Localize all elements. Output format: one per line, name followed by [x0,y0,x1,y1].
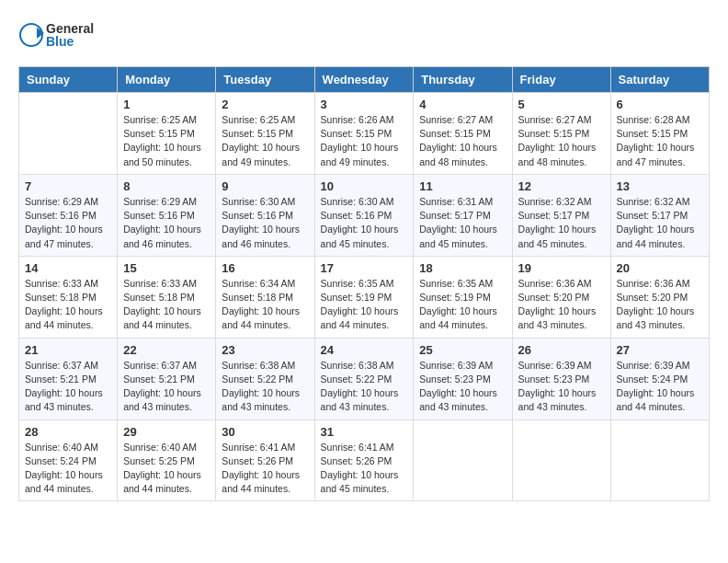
cell-info: Sunrise: 6:28 AM Sunset: 5:15 PM Dayligh… [617,113,703,169]
calendar-day-cell: 30Sunrise: 6:41 AM Sunset: 5:26 PM Dayli… [216,419,314,501]
day-number: 5 [518,98,605,111]
calendar-day-cell: 9Sunrise: 6:30 AM Sunset: 5:16 PM Daylig… [216,174,314,256]
calendar-day-cell: 28Sunrise: 6:40 AM Sunset: 5:24 PM Dayli… [19,419,118,501]
calendar-day-cell: 11Sunrise: 6:31 AM Sunset: 5:17 PM Dayli… [414,174,512,256]
cell-info: Sunrise: 6:33 AM Sunset: 5:18 PM Dayligh… [25,277,111,333]
logo: GeneralBlue [18,18,101,52]
calendar-table: SundayMondayTuesdayWednesdayThursdayFrid… [18,66,710,501]
calendar-day-cell: 4Sunrise: 6:27 AM Sunset: 5:15 PM Daylig… [414,93,512,175]
day-number: 12 [518,179,605,193]
day-number: 6 [617,98,703,111]
calendar-day-cell: 7Sunrise: 6:29 AM Sunset: 5:16 PM Daylig… [19,174,118,256]
cell-info: Sunrise: 6:41 AM Sunset: 5:26 PM Dayligh… [222,441,308,497]
day-number: 2 [222,98,308,111]
day-number: 16 [222,261,308,275]
day-number: 19 [518,261,605,275]
calendar-day-cell: 2Sunrise: 6:25 AM Sunset: 5:15 PM Daylig… [216,93,314,175]
calendar-day-cell: 26Sunrise: 6:39 AM Sunset: 5:23 PM Dayli… [512,338,610,419]
day-number: 24 [321,343,408,357]
day-number: 17 [321,261,408,275]
calendar-day-cell: 12Sunrise: 6:32 AM Sunset: 5:17 PM Dayli… [512,174,610,256]
day-number: 11 [419,179,506,193]
calendar-day-cell: 23Sunrise: 6:38 AM Sunset: 5:22 PM Dayli… [216,338,314,419]
day-number: 15 [123,261,210,275]
calendar-header-friday: Friday [512,67,610,93]
day-number: 7 [25,179,111,193]
cell-info: Sunrise: 6:39 AM Sunset: 5:23 PM Dayligh… [419,359,506,415]
calendar-day-cell: 27Sunrise: 6:39 AM Sunset: 5:24 PM Dayli… [610,338,709,419]
calendar-header-wednesday: Wednesday [314,67,414,93]
day-number: 27 [617,343,703,357]
calendar-day-cell: 16Sunrise: 6:34 AM Sunset: 5:18 PM Dayli… [216,256,314,338]
calendar-day-cell: 31Sunrise: 6:41 AM Sunset: 5:26 PM Dayli… [314,419,414,501]
cell-info: Sunrise: 6:39 AM Sunset: 5:24 PM Dayligh… [617,359,703,415]
cell-info: Sunrise: 6:31 AM Sunset: 5:17 PM Dayligh… [419,195,506,251]
calendar-day-cell: 10Sunrise: 6:30 AM Sunset: 5:16 PM Dayli… [314,174,414,256]
calendar-day-cell: 25Sunrise: 6:39 AM Sunset: 5:23 PM Dayli… [414,338,512,419]
calendar-week-row: 7Sunrise: 6:29 AM Sunset: 5:16 PM Daylig… [19,174,710,256]
calendar-day-cell: 29Sunrise: 6:40 AM Sunset: 5:25 PM Dayli… [118,419,216,501]
calendar-empty-cell [414,419,512,501]
day-number: 31 [321,425,408,439]
cell-info: Sunrise: 6:29 AM Sunset: 5:16 PM Dayligh… [25,195,111,251]
cell-info: Sunrise: 6:25 AM Sunset: 5:15 PM Dayligh… [123,113,210,169]
cell-info: Sunrise: 6:30 AM Sunset: 5:16 PM Dayligh… [321,195,408,251]
calendar-day-cell: 3Sunrise: 6:26 AM Sunset: 5:15 PM Daylig… [314,93,414,175]
day-number: 10 [321,179,408,193]
day-number: 22 [123,343,210,357]
cell-info: Sunrise: 6:33 AM Sunset: 5:18 PM Dayligh… [123,277,210,333]
cell-info: Sunrise: 6:41 AM Sunset: 5:26 PM Dayligh… [321,441,408,497]
cell-info: Sunrise: 6:29 AM Sunset: 5:16 PM Dayligh… [123,195,210,251]
calendar-empty-cell [19,93,118,175]
day-number: 3 [321,98,408,111]
day-number: 9 [222,179,308,193]
calendar-week-row: 28Sunrise: 6:40 AM Sunset: 5:24 PM Dayli… [19,419,710,501]
cell-info: Sunrise: 6:27 AM Sunset: 5:15 PM Dayligh… [518,113,605,169]
calendar-empty-cell [610,419,709,501]
page-header: GeneralBlue [18,18,710,52]
calendar-day-cell: 17Sunrise: 6:35 AM Sunset: 5:19 PM Dayli… [314,256,414,338]
calendar-day-cell: 5Sunrise: 6:27 AM Sunset: 5:15 PM Daylig… [512,93,610,175]
day-number: 18 [419,261,506,275]
svg-text:Blue: Blue [46,34,74,49]
calendar-header-monday: Monday [118,67,216,93]
cell-info: Sunrise: 6:27 AM Sunset: 5:15 PM Dayligh… [419,113,506,169]
calendar-empty-cell [512,419,610,501]
calendar-day-cell: 8Sunrise: 6:29 AM Sunset: 5:16 PM Daylig… [118,174,216,256]
cell-info: Sunrise: 6:36 AM Sunset: 5:20 PM Dayligh… [518,277,605,333]
calendar-day-cell: 13Sunrise: 6:32 AM Sunset: 5:17 PM Dayli… [610,174,709,256]
day-number: 25 [419,343,506,357]
day-number: 1 [123,98,210,111]
calendar-week-row: 1Sunrise: 6:25 AM Sunset: 5:15 PM Daylig… [19,93,710,175]
calendar-header-row: SundayMondayTuesdayWednesdayThursdayFrid… [19,67,710,93]
calendar-week-row: 14Sunrise: 6:33 AM Sunset: 5:18 PM Dayli… [19,256,710,338]
cell-info: Sunrise: 6:36 AM Sunset: 5:20 PM Dayligh… [617,277,703,333]
calendar-day-cell: 22Sunrise: 6:37 AM Sunset: 5:21 PM Dayli… [118,338,216,419]
cell-info: Sunrise: 6:37 AM Sunset: 5:21 PM Dayligh… [123,359,210,415]
logo-svg: GeneralBlue [18,18,101,52]
day-number: 29 [123,425,210,439]
calendar-day-cell: 18Sunrise: 6:35 AM Sunset: 5:19 PM Dayli… [414,256,512,338]
calendar-week-row: 21Sunrise: 6:37 AM Sunset: 5:21 PM Dayli… [19,338,710,419]
cell-info: Sunrise: 6:26 AM Sunset: 5:15 PM Dayligh… [321,113,408,169]
day-number: 21 [25,343,111,357]
day-number: 8 [123,179,210,193]
day-number: 13 [617,179,703,193]
calendar-header-sunday: Sunday [19,67,118,93]
cell-info: Sunrise: 6:32 AM Sunset: 5:17 PM Dayligh… [518,195,605,251]
day-number: 20 [617,261,703,275]
cell-info: Sunrise: 6:39 AM Sunset: 5:23 PM Dayligh… [518,359,605,415]
cell-info: Sunrise: 6:37 AM Sunset: 5:21 PM Dayligh… [25,359,111,415]
cell-info: Sunrise: 6:25 AM Sunset: 5:15 PM Dayligh… [222,113,308,169]
day-number: 28 [25,425,111,439]
calendar-day-cell: 20Sunrise: 6:36 AM Sunset: 5:20 PM Dayli… [610,256,709,338]
cell-info: Sunrise: 6:35 AM Sunset: 5:19 PM Dayligh… [419,277,506,333]
calendar-day-cell: 19Sunrise: 6:36 AM Sunset: 5:20 PM Dayli… [512,256,610,338]
cell-info: Sunrise: 6:32 AM Sunset: 5:17 PM Dayligh… [617,195,703,251]
cell-info: Sunrise: 6:30 AM Sunset: 5:16 PM Dayligh… [222,195,308,251]
calendar-body: 1Sunrise: 6:25 AM Sunset: 5:15 PM Daylig… [19,93,710,501]
day-number: 23 [222,343,308,357]
cell-info: Sunrise: 6:34 AM Sunset: 5:18 PM Dayligh… [222,277,308,333]
calendar-day-cell: 6Sunrise: 6:28 AM Sunset: 5:15 PM Daylig… [610,93,709,175]
day-number: 4 [419,98,506,111]
